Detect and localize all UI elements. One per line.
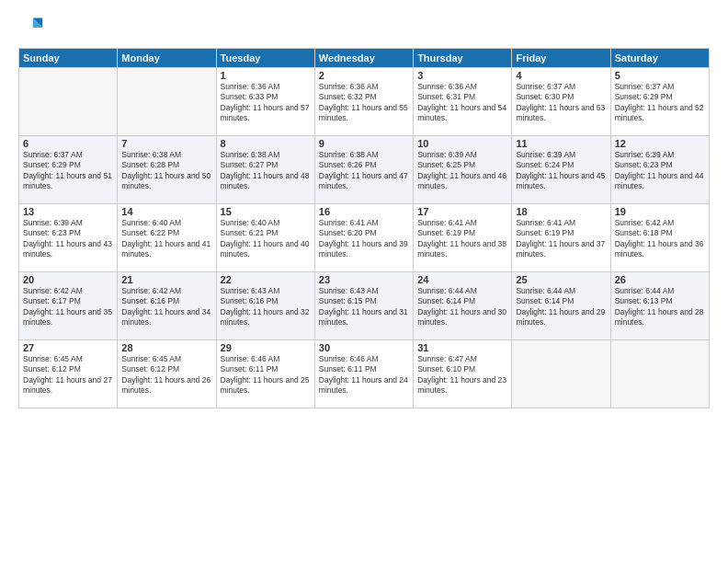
day-number: 21 bbox=[121, 274, 211, 285]
day-number: 28 bbox=[121, 342, 211, 353]
calendar-cell: 10Sunrise: 6:39 AM Sunset: 6:25 PM Dayli… bbox=[414, 136, 512, 204]
calendar-cell: 27Sunrise: 6:45 AM Sunset: 6:12 PM Dayli… bbox=[19, 340, 118, 408]
day-info: Sunrise: 6:40 AM Sunset: 6:21 PM Dayligh… bbox=[221, 218, 311, 260]
calendar-cell: 15Sunrise: 6:40 AM Sunset: 6:21 PM Dayli… bbox=[216, 204, 314, 272]
calendar-cell: 16Sunrise: 6:41 AM Sunset: 6:20 PM Dayli… bbox=[314, 204, 413, 272]
day-info: Sunrise: 6:41 AM Sunset: 6:19 PM Dayligh… bbox=[417, 218, 507, 260]
day-info: Sunrise: 6:41 AM Sunset: 6:19 PM Dayligh… bbox=[516, 218, 606, 260]
day-info: Sunrise: 6:37 AM Sunset: 6:29 PM Dayligh… bbox=[23, 150, 113, 192]
day-number: 24 bbox=[417, 274, 507, 285]
calendar-header-row: SundayMondayTuesdayWednesdayThursdayFrid… bbox=[19, 49, 710, 68]
day-number: 30 bbox=[319, 342, 409, 353]
day-info: Sunrise: 6:44 AM Sunset: 6:13 PM Dayligh… bbox=[615, 286, 705, 328]
day-info: Sunrise: 6:36 AM Sunset: 6:31 PM Dayligh… bbox=[417, 82, 507, 124]
calendar-cell: 24Sunrise: 6:44 AM Sunset: 6:14 PM Dayli… bbox=[414, 272, 512, 340]
day-number: 12 bbox=[615, 138, 705, 149]
calendar-cell: 22Sunrise: 6:43 AM Sunset: 6:16 PM Dayli… bbox=[216, 272, 314, 340]
weekday-header: Wednesday bbox=[314, 49, 413, 68]
day-info: Sunrise: 6:44 AM Sunset: 6:14 PM Dayligh… bbox=[516, 286, 606, 328]
logo-icon bbox=[18, 15, 44, 40]
day-number: 9 bbox=[319, 138, 409, 149]
day-info: Sunrise: 6:39 AM Sunset: 6:23 PM Dayligh… bbox=[23, 218, 113, 260]
calendar-cell: 12Sunrise: 6:39 AM Sunset: 6:23 PM Dayli… bbox=[610, 136, 709, 204]
day-info: Sunrise: 6:42 AM Sunset: 6:16 PM Dayligh… bbox=[121, 286, 211, 328]
calendar-week-row: 13Sunrise: 6:39 AM Sunset: 6:23 PM Dayli… bbox=[19, 204, 710, 272]
calendar-cell bbox=[118, 68, 216, 136]
day-info: Sunrise: 6:40 AM Sunset: 6:22 PM Dayligh… bbox=[121, 218, 211, 260]
day-number: 4 bbox=[516, 70, 606, 81]
day-number: 23 bbox=[319, 274, 409, 285]
calendar-cell: 7Sunrise: 6:38 AM Sunset: 6:28 PM Daylig… bbox=[118, 136, 216, 204]
calendar-cell: 2Sunrise: 6:36 AM Sunset: 6:32 PM Daylig… bbox=[314, 68, 413, 136]
day-number: 1 bbox=[221, 70, 311, 81]
day-number: 5 bbox=[615, 70, 705, 81]
calendar-cell: 19Sunrise: 6:42 AM Sunset: 6:18 PM Dayli… bbox=[610, 204, 709, 272]
weekday-header: Friday bbox=[512, 49, 610, 68]
day-number: 20 bbox=[23, 274, 113, 285]
day-number: 11 bbox=[516, 138, 606, 149]
day-number: 8 bbox=[221, 138, 311, 149]
day-info: Sunrise: 6:38 AM Sunset: 6:26 PM Dayligh… bbox=[319, 150, 409, 192]
day-number: 7 bbox=[121, 138, 211, 149]
weekday-header: Thursday bbox=[414, 49, 512, 68]
day-info: Sunrise: 6:36 AM Sunset: 6:33 PM Dayligh… bbox=[221, 82, 311, 124]
day-number: 29 bbox=[221, 342, 311, 353]
calendar-cell: 1Sunrise: 6:36 AM Sunset: 6:33 PM Daylig… bbox=[216, 68, 314, 136]
calendar-cell: 17Sunrise: 6:41 AM Sunset: 6:19 PM Dayli… bbox=[414, 204, 512, 272]
calendar-cell: 20Sunrise: 6:42 AM Sunset: 6:17 PM Dayli… bbox=[19, 272, 118, 340]
calendar-cell: 29Sunrise: 6:46 AM Sunset: 6:11 PM Dayli… bbox=[216, 340, 314, 408]
day-number: 22 bbox=[221, 274, 311, 285]
day-info: Sunrise: 6:44 AM Sunset: 6:14 PM Dayligh… bbox=[417, 286, 507, 328]
calendar-cell: 25Sunrise: 6:44 AM Sunset: 6:14 PM Dayli… bbox=[512, 272, 610, 340]
day-info: Sunrise: 6:38 AM Sunset: 6:28 PM Dayligh… bbox=[121, 150, 211, 192]
calendar-cell: 30Sunrise: 6:46 AM Sunset: 6:11 PM Dayli… bbox=[314, 340, 413, 408]
calendar-cell: 14Sunrise: 6:40 AM Sunset: 6:22 PM Dayli… bbox=[118, 204, 216, 272]
day-number: 3 bbox=[417, 70, 507, 81]
calendar-cell: 31Sunrise: 6:47 AM Sunset: 6:10 PM Dayli… bbox=[414, 340, 512, 408]
day-info: Sunrise: 6:43 AM Sunset: 6:15 PM Dayligh… bbox=[319, 286, 409, 328]
day-number: 17 bbox=[417, 206, 507, 217]
day-info: Sunrise: 6:41 AM Sunset: 6:20 PM Dayligh… bbox=[319, 218, 409, 260]
calendar-cell: 4Sunrise: 6:37 AM Sunset: 6:30 PM Daylig… bbox=[512, 68, 610, 136]
calendar-cell: 13Sunrise: 6:39 AM Sunset: 6:23 PM Dayli… bbox=[19, 204, 118, 272]
day-info: Sunrise: 6:42 AM Sunset: 6:17 PM Dayligh… bbox=[23, 286, 113, 328]
page-header bbox=[18, 15, 710, 40]
day-number: 14 bbox=[121, 206, 211, 217]
calendar-week-row: 6Sunrise: 6:37 AM Sunset: 6:29 PM Daylig… bbox=[19, 136, 710, 204]
day-number: 6 bbox=[23, 138, 113, 149]
calendar: SundayMondayTuesdayWednesdayThursdayFrid… bbox=[18, 48, 710, 408]
day-info: Sunrise: 6:45 AM Sunset: 6:12 PM Dayligh… bbox=[23, 354, 113, 396]
calendar-week-row: 20Sunrise: 6:42 AM Sunset: 6:17 PM Dayli… bbox=[19, 272, 710, 340]
weekday-header: Sunday bbox=[19, 49, 118, 68]
day-number: 2 bbox=[319, 70, 409, 81]
weekday-header: Tuesday bbox=[216, 49, 314, 68]
day-info: Sunrise: 6:45 AM Sunset: 6:12 PM Dayligh… bbox=[121, 354, 211, 396]
calendar-cell: 11Sunrise: 6:39 AM Sunset: 6:24 PM Dayli… bbox=[512, 136, 610, 204]
calendar-cell: 3Sunrise: 6:36 AM Sunset: 6:31 PM Daylig… bbox=[414, 68, 512, 136]
calendar-cell bbox=[512, 340, 610, 408]
day-number: 10 bbox=[417, 138, 507, 149]
calendar-cell: 26Sunrise: 6:44 AM Sunset: 6:13 PM Dayli… bbox=[610, 272, 709, 340]
weekday-header: Monday bbox=[118, 49, 216, 68]
day-info: Sunrise: 6:37 AM Sunset: 6:30 PM Dayligh… bbox=[516, 82, 606, 124]
calendar-week-row: 1Sunrise: 6:36 AM Sunset: 6:33 PM Daylig… bbox=[19, 68, 710, 136]
day-info: Sunrise: 6:37 AM Sunset: 6:29 PM Dayligh… bbox=[615, 82, 705, 124]
calendar-cell: 5Sunrise: 6:37 AM Sunset: 6:29 PM Daylig… bbox=[610, 68, 709, 136]
day-info: Sunrise: 6:46 AM Sunset: 6:11 PM Dayligh… bbox=[319, 354, 409, 396]
calendar-cell: 21Sunrise: 6:42 AM Sunset: 6:16 PM Dayli… bbox=[118, 272, 216, 340]
day-info: Sunrise: 6:43 AM Sunset: 6:16 PM Dayligh… bbox=[221, 286, 311, 328]
logo bbox=[18, 15, 48, 40]
day-number: 16 bbox=[319, 206, 409, 217]
calendar-cell bbox=[19, 68, 118, 136]
day-info: Sunrise: 6:39 AM Sunset: 6:25 PM Dayligh… bbox=[417, 150, 507, 192]
day-info: Sunrise: 6:36 AM Sunset: 6:32 PM Dayligh… bbox=[319, 82, 409, 124]
calendar-cell: 18Sunrise: 6:41 AM Sunset: 6:19 PM Dayli… bbox=[512, 204, 610, 272]
day-info: Sunrise: 6:46 AM Sunset: 6:11 PM Dayligh… bbox=[221, 354, 311, 396]
day-info: Sunrise: 6:38 AM Sunset: 6:27 PM Dayligh… bbox=[221, 150, 311, 192]
weekday-header: Saturday bbox=[610, 49, 709, 68]
day-number: 19 bbox=[615, 206, 705, 217]
day-number: 26 bbox=[615, 274, 705, 285]
day-number: 25 bbox=[516, 274, 606, 285]
calendar-cell: 6Sunrise: 6:37 AM Sunset: 6:29 PM Daylig… bbox=[19, 136, 118, 204]
calendar-cell bbox=[610, 340, 709, 408]
